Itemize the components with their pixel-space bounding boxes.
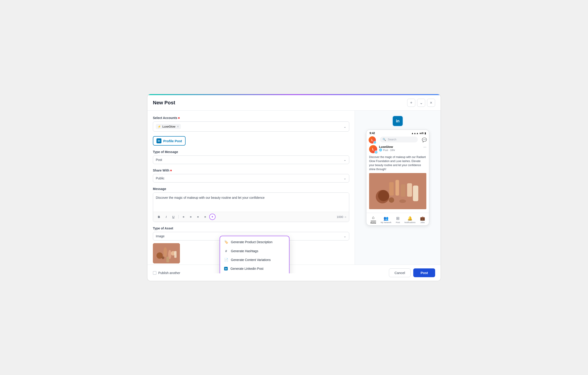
modal-body: Select Accounts ⚡ LuxeGlow ✕ ⌄ in Profil… (147, 111, 441, 273)
nav-jobs-label: Jobs (420, 221, 425, 224)
post-author-name: LuxeGlow (379, 145, 395, 148)
profile-post-label: Profile Post (163, 139, 182, 143)
post-options-button[interactable]: ··· (423, 145, 426, 149)
asset-image-preview (153, 243, 180, 263)
phone-avatar-badge: 🌐 (373, 141, 376, 144)
message-label: Message (153, 187, 349, 191)
svg-point-10 (378, 190, 389, 201)
toolbar-separator (178, 215, 178, 219)
post-header: L LuxeGlow 🌐 Post · 10hr ··· (369, 145, 426, 153)
post-text: Discover the magic of makeup with our Ra… (369, 155, 426, 171)
phone-search-bar[interactable]: 🔍 Search (380, 136, 418, 142)
post-meta: LuxeGlow 🌐 Post · 10hr (379, 145, 395, 151)
phone-nav: ⌂ Home 👥 My Network ⊞ Post 🔔 Notifi (366, 213, 429, 225)
ai-menu-item-generate-content-variations[interactable]: 📄 Generate Content Variations (220, 255, 289, 264)
account-tag: ⚡ LuxeGlow ✕ (156, 124, 181, 129)
add-button[interactable]: + (407, 99, 415, 107)
italic-button[interactable]: I (163, 214, 169, 220)
generate-hashtags-label: Generate Hashtags (231, 249, 285, 253)
account-remove-icon[interactable]: ✕ (177, 125, 179, 128)
message-section: Message Discover the magic of makeup wit… (153, 187, 349, 222)
post-avatar: L (369, 145, 377, 153)
generate-content-variations-icon: 📄 (224, 258, 228, 262)
generate-product-description-label: Generate Product Description (231, 240, 285, 244)
share-with-label: Share With (153, 168, 349, 172)
select-accounts-label: Select Accounts (153, 116, 349, 120)
underline-button[interactable]: U (170, 214, 177, 220)
signal-icon: ▲▲▲ (411, 132, 419, 135)
minimize-button[interactable]: ⌄ (417, 99, 425, 107)
account-select-dropdown[interactable]: ⚡ LuxeGlow ✕ ⌄ (153, 122, 349, 132)
home-icon: ⌂ (372, 215, 375, 220)
nav-item-post[interactable]: ⊞ Post (396, 216, 400, 224)
publish-another-checkbox[interactable] (153, 271, 157, 275)
ai-menu-item-generate-hashtags[interactable]: # Generate Hashtags (220, 247, 289, 255)
nav-item-my-network[interactable]: 👥 My Network (381, 216, 391, 224)
type-of-asset-label: Type of Asset (153, 227, 349, 230)
char-count: 1000 ○ (337, 215, 346, 219)
ai-menu-item-generate-linkedin-post[interactable]: in Generate Linkedin Post (220, 264, 289, 273)
phone-status-bar: 9:42 ▲▲▲ wifi ▮ (366, 130, 429, 136)
svg-rect-11 (389, 182, 394, 196)
profile-post-badge[interactable]: in Profile Post (153, 136, 186, 146)
nav-item-notifications[interactable]: 🔔 Notifications (404, 216, 416, 224)
nav-post-label: Post (396, 221, 400, 224)
search-icon: 🔍 (383, 138, 386, 141)
message-type-section: Type of Message Post ⌄ (153, 150, 349, 164)
share-with-dropdown[interactable]: Public ⌄ (153, 174, 349, 183)
align-justify-button[interactable]: ≡ (202, 214, 208, 220)
nav-item-jobs[interactable]: 💼 Jobs (420, 216, 425, 224)
svg-rect-15 (413, 186, 418, 201)
chevron-down-icon: ⌄ (344, 125, 346, 128)
share-with-section: Share With Public ⌄ (153, 168, 349, 183)
svg-rect-6 (166, 257, 169, 262)
publish-another-checkbox-label[interactable]: Publish another (153, 271, 180, 275)
required-indicator (170, 170, 172, 171)
type-of-message-label: Type of Message (153, 150, 349, 154)
generate-content-variations-label: Generate Content Variations (231, 258, 285, 262)
char-count-value: 1000 (337, 215, 343, 219)
post-button[interactable]: Post (413, 268, 435, 277)
ai-sparkle-button[interactable]: ✦ (209, 214, 216, 220)
chevron-down-icon: ⌄ (344, 177, 346, 180)
message-type-dropdown[interactable]: Post ⌄ (153, 156, 349, 164)
select-accounts-section: Select Accounts ⚡ LuxeGlow ✕ ⌄ (153, 116, 349, 132)
bold-button[interactable]: B (156, 214, 162, 220)
cancel-button[interactable]: Cancel (389, 268, 411, 277)
message-bubble-icon[interactable]: 💬 (422, 137, 427, 142)
phone-top-bar: L 🌐 🔍 Search 💬 (366, 136, 429, 145)
message-box: Discover the magic of makeup with our be… (153, 192, 349, 222)
account-name: LuxeGlow (162, 125, 175, 128)
align-right-button[interactable]: ≡ (195, 214, 201, 220)
nav-active-indicator (371, 221, 376, 221)
linkedin-header-icon: in (393, 116, 403, 126)
align-center-button[interactable]: ≡ (188, 214, 194, 220)
wifi-icon: wifi (420, 132, 424, 135)
nav-home-label: Home (370, 222, 376, 224)
search-placeholder: Search (388, 138, 415, 141)
right-panel: in 9:42 ▲▲▲ wifi ▮ L 🌐 (355, 111, 441, 273)
message-textarea[interactable]: Discover the magic of makeup with our be… (153, 193, 349, 211)
nav-item-home[interactable]: ⌂ Home (370, 215, 376, 224)
post-content: L LuxeGlow 🌐 Post · 10hr ··· Discover (366, 145, 429, 211)
chevron-down-icon: ⌄ (344, 234, 346, 238)
ai-dropdown-menu: 🏷️ Generate Product Description # Genera… (220, 236, 290, 273)
post-icon: ⊞ (396, 216, 399, 221)
svg-point-17 (399, 199, 406, 203)
share-with-value: Public (156, 177, 164, 180)
align-left-button[interactable]: ≡ (180, 214, 187, 220)
ai-menu-item-generate-product-description[interactable]: 🏷️ Generate Product Description (220, 238, 289, 247)
nav-my-network-label: My Network (381, 221, 391, 224)
jobs-icon: 💼 (420, 216, 425, 221)
nav-notifications-label: Notifications (404, 221, 416, 224)
svg-rect-14 (407, 183, 412, 197)
asset-type-value: Image (156, 234, 165, 238)
close-button[interactable]: × (427, 99, 435, 107)
notifications-icon: 🔔 (407, 216, 412, 221)
phone-mockup: 9:42 ▲▲▲ wifi ▮ L 🌐 🔍 Search (366, 130, 429, 226)
message-toolbar: B I U ≡ ≡ ≡ ≡ ✦ 1000 ○ (153, 212, 349, 222)
modal-title: New Post (153, 100, 175, 106)
globe-icon: 🌐 (379, 148, 382, 151)
modal-header: New Post + ⌄ × (147, 94, 441, 111)
chevron-down-icon: ⌄ (344, 158, 346, 162)
